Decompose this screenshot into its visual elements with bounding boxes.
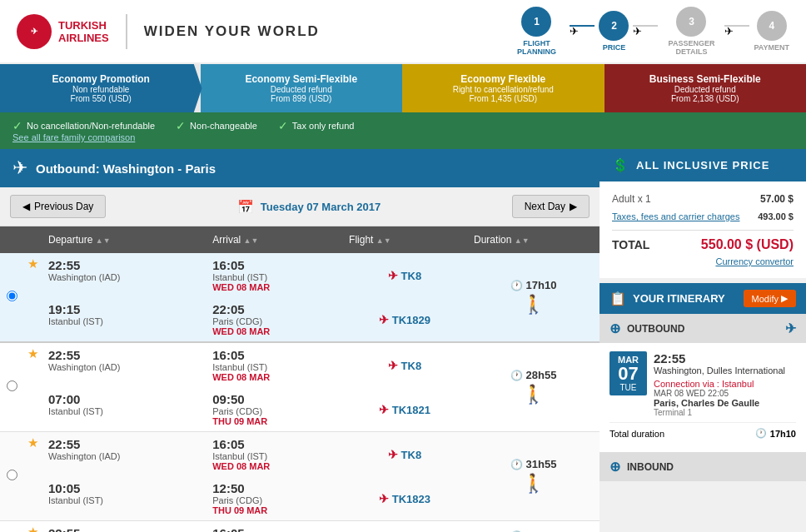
modify-icon: ▶ [781, 293, 788, 304]
arr-date-itin: MAR 08 WED 22:05 [654, 389, 796, 398]
step-2-circle: 2 [599, 11, 629, 41]
flight2-link[interactable]: TK1829 [392, 314, 430, 326]
step-1[interactable]: 1 FLIGHT PLANNING [507, 7, 565, 56]
flight2b-link[interactable]: TK1821 [392, 404, 430, 416]
flight-cell-3[interactable]: ✈ TK8 [342, 432, 467, 477]
connection-label: Connection via : Istanbul [654, 379, 796, 389]
fare-tab-eco-semi-price: From 899 (USD) [271, 94, 331, 103]
duration-cell-3: 🕐 31h55 🚶 [467, 432, 600, 521]
arr-cell-2: 16:05 Istanbul (IST) WED 08 MAR [206, 342, 342, 387]
star-cell-4: ★ [23, 521, 42, 533]
taxes-link[interactable]: Taxes, fees and carrier charges [612, 211, 739, 221]
itinerary-detail: MAR 07 TUE 22:55 Washington, Dulles Inte… [600, 343, 806, 452]
col-duration: Duration ▲▼ [467, 226, 600, 253]
step-2[interactable]: 2 PRICE [599, 11, 629, 52]
step-2-label: PRICE [603, 43, 626, 52]
star-cell: ★ [23, 253, 42, 342]
date-display: 📅 Tuesday 07 March 2017 [237, 199, 381, 215]
flight-row-4a[interactable]: ★ 22:55 Washington (IAD) 16:05 Istanbul … [0, 521, 600, 533]
flight3b-cell[interactable]: ✈ TK1823 [342, 476, 467, 521]
arr3b-cell: 12:50 Paris (CDG) THU 09 MAR [206, 476, 342, 521]
steps-nav: 1 FLIGHT PLANNING ✈ 2 PRICE ✈ 3 PASSENGE… [507, 7, 789, 56]
step-4-label: PAYMENT [754, 43, 789, 52]
prev-day-button[interactable]: ◀ Previous Day [10, 195, 106, 218]
info-bar: ✓ No cancellation/Non-refundable ✓ Non-c… [0, 112, 806, 149]
pricing-header: 💲 ALL INCLUSIVE PRICE [600, 149, 806, 181]
connector-3: ✈ [724, 25, 749, 27]
fare-tab-eco-promo-name: Economy Promotion [52, 73, 150, 85]
flight-row-3a[interactable]: ★ 22:55 Washington (IAD) 16:05 Istanbul … [0, 432, 600, 477]
plane-icon: ✈ [12, 157, 27, 179]
dep-cell-4: 22:55 Washington (IAD) [42, 521, 206, 533]
info-tax-refund: ✓ Tax only refund [278, 119, 355, 132]
col-radio [0, 226, 23, 253]
flight3b-link[interactable]: TK1823 [392, 493, 430, 505]
clock-icon-3: 🕐 [510, 459, 523, 470]
radio-input-3[interactable] [7, 470, 17, 480]
flight-cell-2[interactable]: ✈ TK8 [342, 342, 467, 387]
flight-row-2a[interactable]: ★ 22:55 Washington (IAD) 16:05 Istanbul … [0, 342, 600, 387]
next-day-button[interactable]: Next Day ▶ [512, 195, 590, 218]
dep3b-cell: 10:05 Istanbul (IST) [42, 476, 206, 521]
clock-icon-itin: 🕐 [755, 428, 767, 439]
dep2b-cell: 07:00 Istanbul (IST) [42, 387, 206, 432]
fare-tab-eco-flex-sub: Right to cancellation/refund [453, 85, 554, 94]
step-4[interactable]: 4 PAYMENT [754, 11, 789, 52]
flight2b-cell[interactable]: ✈ TK1821 [342, 387, 467, 432]
inbound-section-header[interactable]: ⊕ INBOUND [600, 452, 806, 481]
step-3-label: PASSENGER DETAILS [662, 39, 720, 56]
departure-cell: 22:55 Washington (IAD) [42, 253, 206, 297]
right-panel: 💲 ALL INCLUSIVE PRICE Adult x 1 57.00 $ … [600, 149, 806, 532]
total-row: TOTAL 550.00 $ (USD) [612, 237, 794, 252]
flight-row[interactable]: ★ 22:55 Washington (IAD) 16:05 Istanbul … [0, 253, 600, 297]
fare-tab-eco-flex[interactable]: Economy Flexible Right to cancellation/r… [402, 64, 604, 112]
fare-section: Economy Promotion Non refundable From 55… [0, 64, 806, 149]
itin-dep-time: 22:55 [654, 351, 796, 365]
flight-info: MAR 07 TUE 22:55 Washington, Dulles Inte… [609, 351, 796, 417]
fare-tab-eco-promo[interactable]: Economy Promotion Non refundable From 55… [0, 64, 202, 112]
radio-cell[interactable] [0, 253, 23, 342]
flight-link-3[interactable]: TK8 [401, 449, 422, 461]
flight2-cell[interactable]: ✈ TK1829 [342, 297, 467, 342]
itinerary-header: 📋 YOUR ITINERARY Modify ▶ [600, 283, 806, 314]
fare-tab-eco-semi[interactable]: Economy Semi-Flexible Deducted refund Fr… [201, 64, 403, 112]
radio-input[interactable] [7, 291, 17, 301]
fare-tab-biz-semi-price: From 2,138 (USD) [671, 94, 739, 103]
flight-link[interactable]: TK8 [401, 270, 422, 282]
radio-cell-4[interactable] [0, 521, 23, 533]
see-all-link[interactable]: See all fare family comparison [12, 132, 135, 142]
logo: ✈ TURKISH AIRLINES [17, 14, 127, 49]
flight-cell-4[interactable]: ✈ TK8 [342, 521, 467, 533]
plane-outbound-icon: ✈ [785, 321, 796, 336]
itinerary-title: 📋 YOUR ITINERARY [609, 291, 725, 306]
walk-icon: 🚶 [522, 294, 545, 316]
tagline: WIDEN YOUR WORLD [144, 23, 508, 40]
star-icon: ★ [27, 256, 38, 271]
radio-input-2[interactable] [7, 380, 17, 391]
radio-cell-3[interactable] [0, 432, 23, 521]
itin-arr-city: Paris, Charles De Gaulle [654, 398, 796, 408]
adult-price-row: Adult x 1 57.00 $ [612, 193, 794, 205]
dep-cell-3: 22:55 Washington (IAD) [42, 432, 206, 477]
taxes-row: Taxes, fees and carrier charges 493.00 $ [612, 211, 794, 221]
arr2b-cell: 09:50 Paris (CDG) THU 09 MAR [206, 387, 342, 432]
col-departure: Departure ▲▼ [42, 226, 206, 253]
total-dur-row: Total duration 🕐 17h10 [609, 422, 796, 444]
fare-tab-biz-semi[interactable]: Business Semi-Flexible Deducted refund F… [604, 64, 807, 112]
outbound-section-header[interactable]: ⊕ OUTBOUND ✈ [600, 314, 806, 343]
flight-link-2[interactable]: TK8 [401, 360, 422, 372]
dep-cell-2: 22:55 Washington (IAD) [42, 342, 206, 387]
left-panel: ✈ Outbound: Washington - Paris ◀ Previou… [0, 149, 600, 532]
flight-cell[interactable]: ✈ TK8 [342, 253, 467, 297]
flights-table: Departure ▲▼ Arrival ▲▼ Flight ▲▼ Durati… [0, 226, 600, 532]
step-3[interactable]: 3 PASSENGER DETAILS [662, 7, 720, 56]
step-1-label: FLIGHT PLANNING [507, 39, 565, 56]
modify-button[interactable]: Modify ▶ [744, 290, 796, 307]
fare-tab-biz-semi-sub: Deducted refund [674, 85, 736, 94]
currency-link[interactable]: Currency convertor [612, 256, 794, 266]
duration-cell: 🕐 17h10 🚶 [467, 253, 600, 342]
outbound-header: ✈ Outbound: Washington - Paris [0, 149, 600, 187]
day-navigation: ◀ Previous Day 📅 Tuesday 07 March 2017 N… [0, 187, 600, 226]
radio-cell-2[interactable] [0, 342, 23, 432]
col-star [23, 226, 42, 253]
